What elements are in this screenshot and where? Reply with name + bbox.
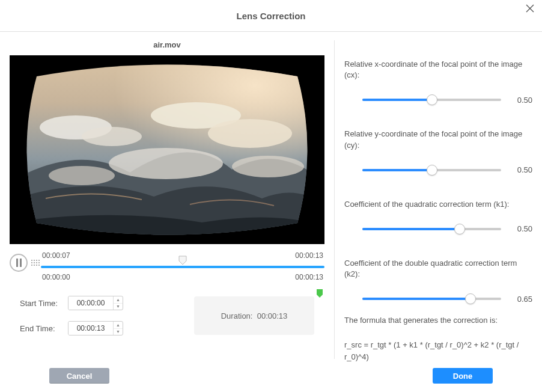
trim-end-time: 00:00:13 — [295, 251, 323, 262]
duration-value: 00:00:13 — [257, 311, 288, 320]
start-time-input[interactable]: ▲ ▼ — [68, 296, 123, 310]
k1-value: 0.50 — [510, 224, 532, 233]
preview-panel: air.mov — [0, 32, 334, 360]
end-time-field[interactable] — [69, 322, 113, 335]
cx-slider-thumb[interactable] — [427, 94, 437, 105]
svg-point-8 — [232, 156, 304, 177]
cy-slider-thumb[interactable] — [427, 165, 437, 176]
end-time-label: End Time: — [20, 324, 62, 333]
k2-slider-thumb[interactable] — [465, 293, 476, 304]
timeline: 00:00:07 00:00:13 00:00:00 — [10, 251, 324, 280]
filename-label: air.mov — [153, 40, 181, 49]
start-time-field[interactable] — [69, 296, 113, 310]
start-time-up[interactable]: ▲ — [114, 296, 123, 304]
end-time-up[interactable]: ▲ — [114, 322, 123, 329]
k2-label: Coefficient of the double quadratic corr… — [344, 258, 532, 280]
k1-slider-thumb[interactable] — [454, 224, 465, 234]
formula-intro: The formula that generates the correctio… — [344, 316, 532, 325]
end-time-down[interactable]: ▼ — [114, 329, 123, 335]
pause-icon — [16, 259, 22, 267]
start-time-label: Start Time: — [20, 299, 62, 308]
dialog-footer: Cancel Done — [0, 360, 542, 392]
svg-point-4 — [82, 127, 142, 146]
cancel-button[interactable]: Cancel — [49, 368, 109, 384]
parameters-panel: Relative x-coordinate of the focal point… — [335, 32, 542, 360]
k2-value: 0.65 — [510, 295, 532, 304]
duration-box: Duration: 00:00:13 — [194, 296, 314, 335]
video-preview — [10, 55, 324, 244]
k2-slider[interactable] — [362, 294, 501, 304]
playhead[interactable] — [178, 256, 187, 265]
drag-handle-icon[interactable] — [28, 251, 41, 266]
k1-slider[interactable] — [362, 224, 501, 234]
start-time-down[interactable]: ▼ — [114, 304, 123, 310]
trim-handle-end[interactable] — [306, 262, 326, 289]
cx-label: Relative x-coordinate of the focal point… — [344, 59, 532, 81]
cy-slider[interactable] — [362, 165, 501, 175]
svg-point-6 — [208, 119, 292, 148]
pause-button[interactable] — [10, 254, 28, 272]
cx-value: 0.50 — [510, 96, 532, 105]
dialog-title: Lens Correction — [236, 11, 305, 21]
close-icon[interactable] — [523, 0, 537, 18]
end-time-input[interactable]: ▲ ▼ — [68, 321, 123, 335]
k1-label: Coefficient of the quadratic correction … — [344, 199, 532, 210]
cy-label: Relative y-coordinate of the focal point… — [344, 129, 532, 150]
cy-value: 0.50 — [510, 165, 532, 174]
dialog-header: Lens Correction — [0, 0, 542, 32]
duration-label: Duration: — [221, 311, 253, 320]
timeline-track[interactable] — [41, 262, 324, 272]
done-button[interactable]: Done — [433, 368, 493, 384]
trim-handle-start[interactable] — [40, 262, 47, 271]
svg-point-9 — [49, 166, 115, 185]
cx-slider[interactable] — [362, 95, 501, 105]
trim-start-time: 00:00:07 — [42, 251, 70, 262]
range-start-time: 00:00:00 — [42, 273, 70, 281]
svg-point-7 — [109, 148, 223, 179]
